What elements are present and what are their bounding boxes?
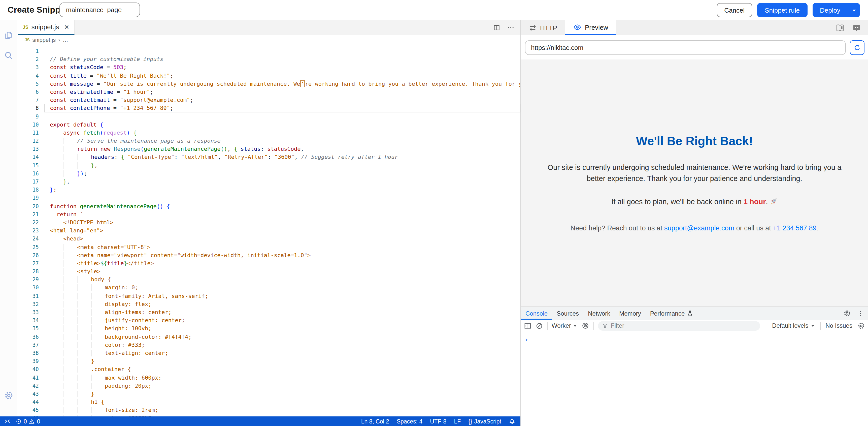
log-levels-selector[interactable]: Default levels [772, 322, 815, 329]
close-tab-icon[interactable]: ✕ [64, 24, 69, 30]
line-number[interactable]: 10 [18, 120, 44, 128]
code-line[interactable]: 44 h1 { [18, 398, 520, 406]
cursor-position[interactable]: Ln 8, Col 2 [361, 418, 389, 424]
console-prompt[interactable]: › [524, 336, 528, 343]
line-number[interactable]: 6 [18, 88, 44, 96]
line-number[interactable]: 29 [18, 276, 44, 284]
kebab-menu-icon[interactable] [857, 310, 864, 317]
code-line[interactable]: 24 <head> [18, 235, 520, 243]
docs-book-icon[interactable] [836, 24, 844, 32]
line-number[interactable]: 22 [18, 218, 44, 226]
line-number[interactable]: 14 [18, 153, 44, 161]
line-number[interactable]: 5 [18, 80, 44, 88]
line-number[interactable]: 31 [18, 292, 44, 300]
code-line[interactable]: 12 // Serve the maintenance page as a re… [18, 137, 520, 145]
line-number[interactable]: 12 [18, 137, 44, 145]
line-number[interactable]: 35 [18, 324, 44, 333]
line-number[interactable]: 27 [18, 259, 44, 267]
code-line[interactable]: 20function generateMaintenancePage() { [18, 202, 520, 210]
line-number[interactable]: 39 [18, 357, 44, 365]
line-number[interactable]: 11 [18, 129, 44, 137]
code-line[interactable]: 33 align-items: center; [18, 308, 520, 316]
clear-console-icon[interactable] [535, 322, 543, 330]
notifications-bell-icon[interactable] [509, 418, 515, 425]
line-number[interactable]: 7 [18, 96, 44, 104]
indentation[interactable]: Spaces: 4 [397, 418, 423, 424]
code-line[interactable]: 46 color: #0056b3; [18, 414, 520, 417]
line-number[interactable]: 44 [18, 398, 44, 406]
code-line[interactable]: 25 <meta charset="UTF-8"> [18, 243, 520, 251]
code-line[interactable]: 37 color: #333; [18, 341, 520, 349]
line-number[interactable]: 32 [18, 300, 44, 308]
code-content[interactable]: 12// Define your customizable inputs3con… [18, 45, 520, 417]
line-number[interactable]: 24 [18, 235, 44, 243]
code-line[interactable]: 15 }, [18, 161, 520, 169]
line-number[interactable]: 18 [18, 186, 44, 194]
code-line[interactable]: 38 text-align: center; [18, 349, 520, 357]
remote-indicator-icon[interactable] [4, 418, 10, 425]
code-line[interactable]: 10export default { [18, 120, 520, 128]
tab-snippet-js[interactable]: JS snippet.js ✕ [18, 20, 75, 35]
deploy-caret-button[interactable] [848, 3, 860, 17]
discord-icon[interactable] [852, 24, 861, 32]
settings-gear-icon[interactable] [0, 385, 17, 405]
line-number[interactable]: 9 [18, 112, 44, 120]
devtools-tab-memory[interactable]: Memory [615, 307, 646, 320]
line-number[interactable]: 16 [18, 169, 44, 177]
line-number[interactable]: 45 [18, 406, 44, 414]
code-line[interactable]: 4const title = "We'll Be Right Back!"; [18, 71, 520, 79]
devtools-tab-performance[interactable]: Performance [646, 307, 698, 320]
code-line[interactable]: 36 background-color: #f4f4f4; [18, 333, 520, 341]
code-line[interactable]: 7const contactEmail = "support@example.c… [18, 96, 520, 104]
devtools-tab-network[interactable]: Network [583, 307, 615, 320]
breadcrumb[interactable]: JS snippet.js › … [18, 35, 520, 45]
line-number[interactable]: 37 [18, 341, 44, 349]
line-number[interactable]: 33 [18, 308, 44, 316]
breadcrumb-file[interactable]: snippet.js [32, 37, 56, 43]
line-number[interactable]: 38 [18, 349, 44, 357]
line-number[interactable]: 46 [18, 414, 44, 417]
code-line[interactable]: 34 justify-content: center; [18, 316, 520, 324]
code-line[interactable]: 27 <title>${title}</title> [18, 259, 520, 267]
line-number[interactable]: 41 [18, 373, 44, 381]
context-selector[interactable]: Worker [552, 322, 578, 329]
code-line[interactable]: 39 } [18, 357, 520, 365]
live-expression-icon[interactable] [582, 322, 590, 330]
code-line[interactable]: 35 height: 100vh; [18, 324, 520, 333]
line-number[interactable]: 26 [18, 251, 44, 259]
errors-status[interactable]: 0 0 [16, 418, 40, 424]
cancel-button[interactable]: Cancel [717, 3, 752, 17]
code-line[interactable]: 18}; [18, 186, 520, 194]
line-number[interactable]: 15 [18, 161, 44, 169]
line-number[interactable]: 23 [18, 226, 44, 234]
devtools-tab-console[interactable]: Console [521, 307, 552, 320]
code-line[interactable]: 32 display: flex; [18, 300, 520, 308]
line-number[interactable]: 2 [18, 55, 44, 63]
code-line[interactable]: 31 font-family: Arial, sans-serif; [18, 292, 520, 300]
code-line[interactable]: 43 } [18, 390, 520, 398]
line-number[interactable]: 28 [18, 267, 44, 275]
line-number[interactable]: 30 [18, 284, 44, 292]
console-sidebar-icon[interactable] [524, 322, 531, 330]
deploy-button[interactable]: Deploy [812, 3, 848, 17]
more-actions-icon[interactable] [507, 24, 514, 31]
code-line[interactable]: 5const message = "Our site is currently … [18, 80, 520, 88]
url-input[interactable] [525, 40, 846, 55]
line-number[interactable]: 34 [18, 316, 44, 324]
code-line[interactable]: 14 headers: { "Content-Type": "text/html… [18, 153, 520, 161]
split-editor-icon[interactable] [493, 24, 500, 31]
code-line[interactable]: 29 body { [18, 276, 520, 284]
phone-link[interactable]: +1 234 567 89 [773, 224, 816, 232]
code-line[interactable]: 3const statusCode = 503; [18, 63, 520, 71]
code-line[interactable]: 11 async fetch(request) { [18, 129, 520, 137]
code-line[interactable]: 42 padding: 20px; [18, 381, 520, 390]
line-number[interactable]: 13 [18, 145, 44, 153]
eol-type[interactable]: LF [454, 418, 461, 424]
code-line[interactable]: 16 }); [18, 169, 520, 177]
snippet-name-input[interactable] [59, 2, 140, 17]
devtools-settings-gear-icon[interactable] [843, 310, 851, 317]
line-number[interactable]: 36 [18, 333, 44, 341]
language-mode[interactable]: {} JavaScript [468, 418, 501, 424]
code-line[interactable]: 21 return ` [18, 210, 520, 218]
code-line[interactable]: 17 }, [18, 177, 520, 186]
